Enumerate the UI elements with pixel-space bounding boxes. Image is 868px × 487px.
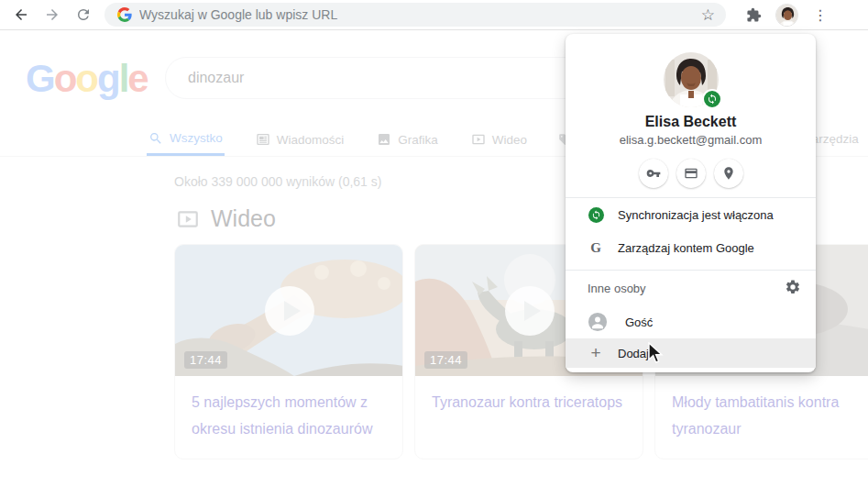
browser-window: Wyszukaj w Google lub wpisz URL ☆ ⋮ Goog… [0, 0, 868, 487]
guest-avatar-icon [588, 312, 608, 332]
profile-avatar-large [664, 52, 719, 107]
video-tab-icon [471, 132, 486, 147]
account-name: Elisa Beckett [566, 114, 816, 130]
sync-status-label: Synchronizacja jest włączona [618, 208, 774, 222]
tab-label: Wiadomości [277, 133, 345, 147]
extensions-button[interactable] [739, 2, 768, 28]
video-section-title: Wideo [211, 205, 276, 232]
tab-wiadomosci[interactable]: Wiadomości [254, 123, 346, 156]
logo-letter: l [119, 57, 128, 100]
other-people-header: Inne osoby [566, 271, 816, 305]
address-bar[interactable]: Wyszukaj w Google lub wpisz URL ☆ [104, 3, 726, 27]
mouse-cursor [647, 342, 665, 364]
video-card-body: Tyranozaur kontra triceratops [415, 376, 643, 432]
google-logo[interactable]: Google [26, 57, 148, 101]
account-email: elisa.g.beckett@gmail.com [566, 133, 816, 147]
video-duration: 17:44 [424, 351, 467, 369]
addresses-button[interactable] [714, 159, 743, 188]
manage-account-item[interactable]: G Zarządzaj kontem Google [566, 231, 816, 264]
guest-item[interactable]: Gość [566, 305, 816, 338]
gear-icon [785, 279, 801, 295]
sync-on-icon [588, 206, 604, 223]
profile-menu: Elisa Beckett elisa.g.beckett@gmail.com … [566, 34, 816, 372]
tab-wszystko[interactable]: Wszystko [147, 123, 225, 156]
profile-avatar-button[interactable] [775, 4, 798, 27]
video-title-link[interactable]: Młody tambatitanis kontra tyranozaur [672, 389, 866, 442]
tab-label: Wszystko [170, 131, 223, 145]
news-tab-icon [256, 132, 270, 147]
play-triangle-icon [524, 301, 541, 321]
sync-status-item[interactable]: Synchronizacja jest włączona [566, 198, 816, 231]
search-tab-icon [148, 131, 163, 146]
logo-letter: g [97, 57, 119, 100]
browser-toolbar: Wyszukaj w Google lub wpisz URL ☆ ⋮ [0, 0, 868, 30]
logo-letter: G [26, 57, 54, 100]
video-card[interactable]: 17:44 5 najlepszych momentów z okresu is… [174, 244, 403, 459]
refresh-icon [75, 6, 92, 23]
logo-letter: o [75, 57, 97, 100]
passwords-button[interactable] [639, 159, 668, 188]
url-input[interactable]: Wyszukaj w Google lub wpisz URL [139, 7, 701, 22]
add-person-item[interactable]: + Dodaj [566, 338, 816, 368]
toolbar-right-group: ⋮ [739, 2, 831, 28]
account-shortcuts [566, 159, 816, 188]
forward-button[interactable] [37, 2, 68, 28]
manage-people-button[interactable] [785, 279, 801, 298]
tab-label: Wideo [492, 133, 527, 147]
other-people-label: Inne osoby [588, 282, 646, 295]
bookmark-star-icon[interactable]: ☆ [701, 7, 715, 23]
images-tab-icon [377, 132, 391, 147]
video-card-body: Młody tambatitanis kontra tyranozaur [655, 376, 868, 459]
play-button[interactable] [265, 286, 314, 336]
back-arrow-icon [13, 6, 29, 23]
play-button[interactable] [505, 286, 555, 336]
forward-arrow-icon [44, 6, 60, 23]
browser-menu-button[interactable]: ⋮ [809, 6, 831, 24]
guest-label: Gość [625, 315, 653, 329]
location-pin-icon [721, 166, 736, 181]
video-thumbnail[interactable]: 17:44 [175, 245, 403, 376]
refresh-button[interactable] [68, 2, 99, 28]
play-triangle-icon [284, 301, 301, 321]
search-tabs: Wszystko Wiadomości Grafika Wideo [147, 123, 571, 156]
tab-label: Grafika [398, 133, 438, 147]
sync-badge-icon [702, 89, 722, 109]
plus-icon: + [588, 343, 604, 363]
video-section-icon [176, 207, 200, 231]
video-title-link[interactable]: Tyranozaur kontra triceratops [432, 389, 626, 415]
add-person-label: Dodaj [618, 347, 649, 360]
google-g-icon [117, 7, 132, 22]
search-query[interactable]: dinozaur [188, 70, 244, 86]
credit-card-icon [684, 166, 698, 181]
results-count: Około 339 000 000 wyników (0,61 s) [174, 174, 381, 189]
manage-account-label: Zarządzaj kontem Google [618, 241, 754, 255]
logo-letter: e [127, 57, 147, 100]
video-section-header: Wideo [176, 205, 276, 232]
video-duration: 17:44 [184, 351, 227, 369]
avatar-image [776, 5, 798, 27]
video-card-body: 5 najlepszych momentów z okresu istnieni… [175, 376, 402, 459]
key-icon [646, 166, 661, 181]
google-g-gray-icon: G [588, 239, 604, 256]
logo-letter: o [54, 57, 76, 100]
back-button[interactable] [5, 2, 37, 28]
video-title-link[interactable]: 5 najlepszych momentów z okresu istnieni… [192, 389, 386, 442]
tab-wideo[interactable]: Wideo [469, 123, 529, 156]
puzzle-icon [746, 7, 762, 23]
payment-methods-button[interactable] [676, 159, 706, 188]
tab-grafika[interactable]: Grafika [375, 123, 440, 156]
